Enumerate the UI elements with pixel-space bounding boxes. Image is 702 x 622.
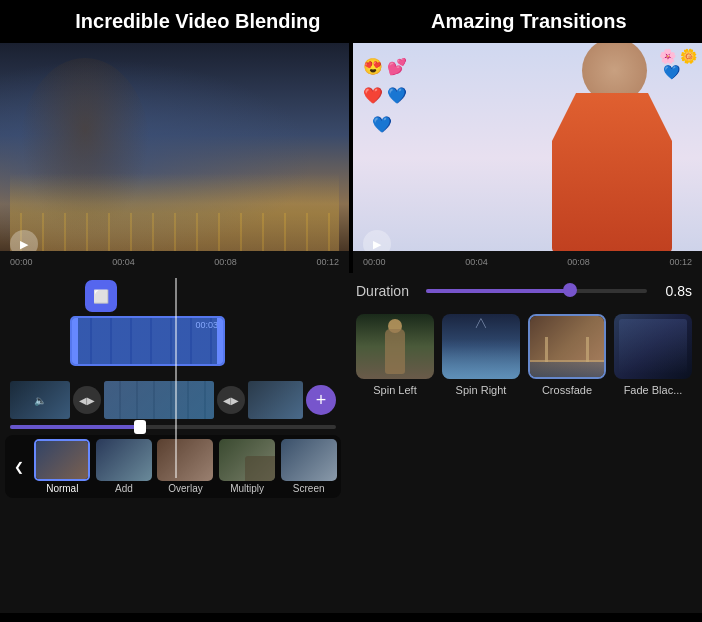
- video-right-panel[interactable]: 😍 💕❤️ 💙 💙 🌸 🌼 💙 ▶ 00:00 00:04 00:08 00:1…: [353, 43, 702, 273]
- blend-normal-label: Normal: [46, 483, 78, 494]
- clip-segment-2[interactable]: [104, 381, 214, 419]
- scrubber-thumb[interactable]: [134, 420, 146, 434]
- chevron-left-icon: ❮: [14, 460, 24, 474]
- bridge-tower-left: [545, 337, 548, 362]
- blend-multiply-thumb: [219, 439, 275, 481]
- duration-slider[interactable]: [426, 289, 647, 293]
- blend-scroll-left[interactable]: ❮: [9, 457, 29, 477]
- person-body: [552, 93, 672, 253]
- clip-duration-label: 00:03: [195, 320, 218, 330]
- blend-screen-thumb: [281, 439, 337, 481]
- clip-indicator[interactable]: ⬜: [85, 280, 117, 312]
- app-header: Incredible Video Blending Amazing Transi…: [0, 0, 702, 43]
- blend-normal-thumb: [34, 439, 90, 481]
- duration-value: 0.8s: [657, 283, 692, 299]
- duration-slider-thumb[interactable]: [563, 283, 577, 297]
- spin-right-thumb: ╱╲: [442, 314, 520, 379]
- blend-overlay[interactable]: Overlay: [157, 439, 214, 494]
- right-feature-title: Amazing Transitions: [431, 10, 627, 33]
- video-left-panel[interactable]: ▶ 00:00 00:04 00:08 00:12: [0, 43, 349, 273]
- right-timeline-ruler: 00:00 00:04 00:08 00:12: [353, 251, 702, 273]
- blend-modes-row: ❮ Normal Add Overlay: [5, 435, 341, 498]
- transition-cards-row: Spin Left ╱╲ Spin Right: [356, 314, 692, 396]
- video-preview-row: ▶ 00:00 00:04 00:08 00:12 😍 💕❤️ 💙 💙 �: [0, 43, 702, 273]
- video-left-content: [0, 43, 349, 273]
- playhead-line: [175, 278, 177, 478]
- floating-emojis: 😍 💕❤️ 💙 💙: [363, 53, 407, 139]
- blend-add-label: Add: [115, 483, 133, 494]
- blend-overlay-thumb: [157, 439, 213, 481]
- clip-segment-1[interactable]: 🔈: [10, 381, 70, 419]
- left-play-icon: ▶: [20, 238, 28, 251]
- left-feature-title: Incredible Video Blending: [75, 10, 320, 33]
- fade-black-label: Fade Blac...: [624, 384, 683, 396]
- blend-add[interactable]: Add: [96, 439, 153, 494]
- transitions-panel: Duration 0.8s Spin Left: [346, 273, 702, 613]
- spin-right-label: Spin Right: [456, 384, 507, 396]
- timeline-panel: ⬜ 00:03 🔈 ◀▶: [0, 273, 346, 613]
- timeline-scrubber[interactable]: [10, 425, 336, 429]
- blend-multiply-label: Multiply: [230, 483, 264, 494]
- clip-left-handle[interactable]: [72, 318, 78, 364]
- fade-overlay: [619, 319, 687, 374]
- road-element: [442, 339, 520, 379]
- clip-segment-3[interactable]: [248, 381, 303, 419]
- blend-multiply[interactable]: Multiply: [219, 439, 276, 494]
- add-clip-button[interactable]: +: [306, 385, 336, 415]
- crossfade-thumb: [528, 314, 606, 379]
- second-clip-row: 🔈 ◀▶ ◀▶ +: [10, 380, 336, 420]
- duration-label: Duration: [356, 283, 416, 299]
- blend-overlay-label: Overlay: [168, 483, 202, 494]
- transition-btn-1[interactable]: ◀▶: [73, 386, 101, 414]
- transition-fade-black[interactable]: Fade Blac...: [614, 314, 692, 396]
- clip-indicator-icon: ⬜: [93, 289, 109, 304]
- fade-black-thumb: [614, 314, 692, 379]
- blend-normal[interactable]: Normal: [34, 439, 91, 494]
- blend-add-thumb: [96, 439, 152, 481]
- blend-screen-label: Screen: [293, 483, 325, 494]
- main-clip[interactable]: 00:03: [70, 316, 225, 366]
- spin-left-thumb: [356, 314, 434, 379]
- speaker-icon: 🔈: [34, 395, 46, 406]
- road-perspective: ╱╲: [442, 319, 520, 328]
- duration-slider-fill: [426, 289, 570, 293]
- right-play-icon: ▶: [373, 238, 381, 251]
- bridge-water: [530, 362, 604, 377]
- left-timeline-ruler: 00:00 00:04 00:08 00:12: [0, 251, 349, 273]
- transition-icon-1: ◀▶: [79, 395, 95, 406]
- spin-left-label: Spin Left: [373, 384, 416, 396]
- bridge-tower-right: [586, 337, 589, 362]
- crossfade-label: Crossfade: [542, 384, 592, 396]
- top-hearts: 🌸 🌼 💙: [659, 48, 697, 80]
- transition-btn-2[interactable]: ◀▶: [217, 386, 245, 414]
- duration-row: Duration 0.8s: [356, 283, 692, 299]
- clip-right-handle[interactable]: [217, 318, 223, 364]
- bottom-section: ⬜ 00:03 🔈 ◀▶: [0, 273, 702, 613]
- transition-spin-right[interactable]: ╱╲ Spin Right: [442, 314, 520, 396]
- video-right-content: 😍 💕❤️ 💙 💙 🌸 🌼 💙: [353, 43, 702, 273]
- transition-spin-left[interactable]: Spin Left: [356, 314, 434, 396]
- scrubber-fill: [10, 425, 140, 429]
- person-figure: [385, 329, 405, 374]
- transition-crossfade[interactable]: Crossfade: [528, 314, 606, 396]
- add-icon: +: [316, 390, 327, 411]
- blend-screen[interactable]: Screen: [280, 439, 337, 494]
- transition-icon-2: ◀▶: [223, 395, 239, 406]
